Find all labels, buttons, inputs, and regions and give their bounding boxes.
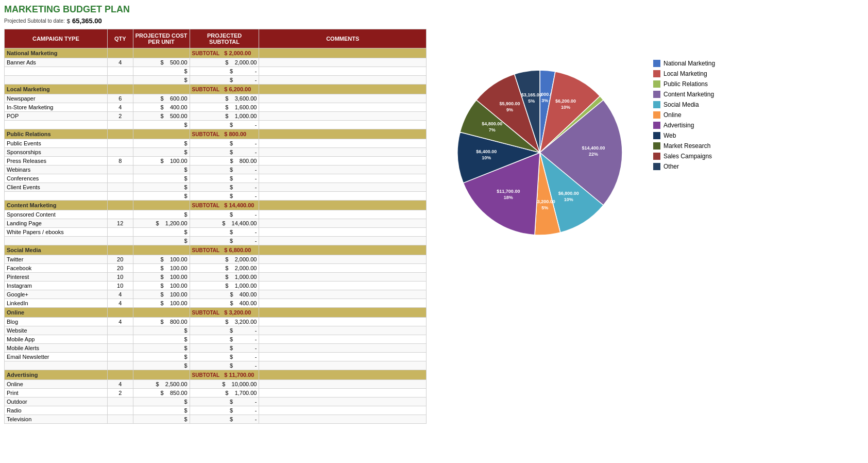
row-name: Sponsored Content [5, 210, 108, 219]
legend-label: National Marketing [663, 60, 715, 67]
category-subtotal: SUBTOTAL $ 6,200.00 [190, 85, 259, 94]
row-name [5, 237, 108, 245]
row-cost: $ [133, 344, 190, 353]
category-subtotal: SUBTOTAL $ 800.00 [190, 129, 259, 139]
row-comments [259, 192, 427, 201]
legend-color-box [653, 80, 660, 88]
row-qty [107, 344, 133, 353]
row-cost: $ [133, 335, 190, 344]
category-cost [133, 129, 190, 139]
budget-table: CAMPAIGN TYPE QTY PROJECTED COST PER UNI… [4, 29, 427, 424]
row-qty: 6 [107, 94, 133, 103]
subtitle-label: Projected Subtotal to date: [4, 18, 65, 24]
category-cost [133, 245, 190, 255]
row-name: Client Events [5, 183, 108, 192]
row-subtotal: $ - [190, 398, 259, 406]
table-row: Website $ $ - [5, 326, 427, 335]
row-cost: $ [133, 148, 190, 157]
row-cost: $ 850.00 [133, 389, 190, 398]
table-row: Mobile Alerts $ $ - [5, 344, 427, 353]
category-subtotal: SUBTOTAL $ 2,000.00 [190, 48, 259, 58]
row-cost: $ [133, 228, 190, 237]
row-cost: $ 100.00 [133, 157, 190, 166]
row-subtotal: $ 3,200.00 [190, 318, 259, 326]
row-comments [259, 76, 427, 85]
legend-item: Sales Campaigns [653, 153, 715, 160]
legend-color-box [653, 163, 660, 170]
legend-label: Online [663, 111, 682, 119]
category-qty [107, 85, 133, 94]
row-comments [259, 183, 427, 192]
row-cost: $ [133, 121, 190, 129]
category-row: Advertising SUBTOTAL $ 11,700.00 [5, 370, 427, 380]
pie-chart: $2,000.003%$6,200.0010%$14,400.0022%$6,8… [437, 49, 643, 256]
table-row: Banner Ads 4 $ 500.00 $ 2,000.00 [5, 58, 427, 67]
row-subtotal: $ - [190, 139, 259, 148]
page-container: MARKETING BUDGET PLAN Projected Subtotal… [0, 0, 868, 463]
table-row: LinkedIn 4 $ 100.00 $ 400.00 [5, 299, 427, 308]
row-subtotal: $ - [190, 353, 259, 361]
dollar-sign: $ [67, 18, 70, 24]
row-comments [259, 361, 427, 370]
row-subtotal: $ - [190, 335, 259, 344]
legend-label: Web [663, 132, 676, 139]
row-comments [259, 255, 427, 264]
row-name [5, 121, 108, 129]
row-cost: $ [133, 237, 190, 245]
row-comments [259, 94, 427, 103]
row-subtotal: $ 10,000.00 [190, 380, 259, 389]
legend-color-box [653, 132, 660, 139]
chart-legend: National Marketing Local Marketing Publi… [653, 60, 715, 170]
row-cost: $ [133, 139, 190, 148]
row-qty [107, 166, 133, 174]
row-subtotal: $ 2,000.00 [190, 58, 259, 67]
row-name: In-Store Marketing [5, 103, 108, 112]
row-subtotal: $ 3,600.00 [190, 94, 259, 103]
row-qty: 4 [107, 318, 133, 326]
category-qty [107, 129, 133, 139]
row-name: Print [5, 389, 108, 398]
header-subtotal: PROJECTED SUBTOTAL [190, 29, 259, 48]
row-subtotal: $ 1,600.00 [190, 103, 259, 112]
row-name: Instagram [5, 282, 108, 290]
row-cost: $ [133, 174, 190, 183]
table-row: $ $ - [5, 67, 427, 76]
row-name: Outdoor [5, 398, 108, 406]
row-qty [107, 237, 133, 245]
row-qty [107, 139, 133, 148]
row-qty [107, 210, 133, 219]
row-cost: $ 500.00 [133, 58, 190, 67]
row-name: Pinterest [5, 273, 108, 282]
row-comments [259, 219, 427, 228]
category-row: Content Marketing SUBTOTAL $ 14,400.00 [5, 201, 427, 210]
legend-item: Web [653, 132, 715, 139]
row-cost: $ 600.00 [133, 94, 190, 103]
row-name: Mobile Alerts [5, 344, 108, 353]
row-qty [107, 335, 133, 344]
row-name: Sponsorships [5, 148, 108, 157]
row-name [5, 192, 108, 201]
table-row: Facebook 20 $ 100.00 $ 2,000.00 [5, 264, 427, 273]
header-cost: PROJECTED COST PER UNIT [133, 29, 190, 48]
row-comments [259, 273, 427, 282]
row-comments [259, 290, 427, 299]
row-subtotal: $ - [190, 361, 259, 370]
legend-color-box [653, 122, 660, 129]
row-cost: $ [133, 353, 190, 361]
row-comments [259, 264, 427, 273]
table-row: Outdoor $ $ - [5, 398, 427, 406]
table-row: In-Store Marketing 4 $ 400.00 $ 1,600.00 [5, 103, 427, 112]
row-subtotal: $ - [190, 148, 259, 157]
row-qty [107, 148, 133, 157]
row-name: Mobile App [5, 335, 108, 344]
table-row: $ $ - [5, 76, 427, 85]
category-subtotal: SUBTOTAL $ 11,700.00 [190, 370, 259, 380]
category-name: National Marketing [5, 48, 108, 58]
row-qty: 2 [107, 389, 133, 398]
row-subtotal: $ 2,000.00 [190, 264, 259, 273]
row-comments [259, 344, 427, 353]
table-row: Webinars $ $ - [5, 166, 427, 174]
legend-color-box [653, 111, 660, 119]
category-row: National Marketing SUBTOTAL $ 2,000.00 [5, 48, 427, 58]
row-comments [259, 139, 427, 148]
